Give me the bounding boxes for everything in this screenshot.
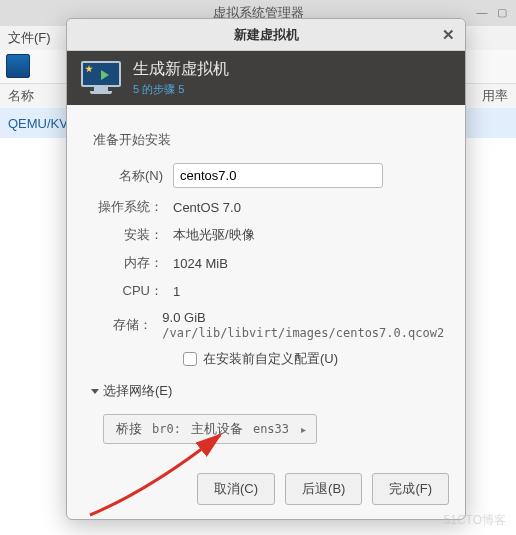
storage-size: 9.0 GiB — [162, 310, 205, 325]
name-row: 名称(N) — [87, 163, 445, 188]
mem-label: 内存： — [87, 254, 173, 272]
storage-path: /var/lib/libvirt/images/centos7.0.qcow2 — [162, 326, 444, 340]
storage-row: 存储： 9.0 GiB /var/lib/libvirt/images/cent… — [87, 310, 445, 340]
finish-button[interactable]: 完成(F) — [372, 473, 449, 505]
install-value: 本地光驱/映像 — [173, 226, 255, 244]
net-host: 主机设备 — [189, 420, 245, 438]
name-label: 名称(N) — [87, 167, 173, 185]
mem-row: 内存： 1024 MiB — [87, 254, 445, 272]
customize-label: 在安装前自定义配置(U) — [203, 350, 338, 368]
ready-label: 准备开始安装 — [93, 131, 445, 149]
col-usage: 用率 — [482, 87, 508, 105]
customize-row[interactable]: 在安装前自定义配置(U) — [183, 350, 445, 368]
mem-value: 1024 MiB — [173, 256, 228, 271]
chevron-right-icon: ▸ — [301, 424, 306, 435]
os-value: CentOS 7.0 — [173, 200, 241, 215]
network-selector[interactable]: 桥接 br0: 主机设备 ens33 ▸ — [103, 414, 317, 444]
name-input[interactable] — [173, 163, 383, 188]
storage-label: 存储： — [87, 316, 162, 334]
net-dev: ens33 — [251, 422, 291, 436]
install-label: 安装： — [87, 226, 173, 244]
cancel-button[interactable]: 取消(C) — [197, 473, 275, 505]
dialog-body: 准备开始安装 名称(N) 操作系统： CentOS 7.0 安装： 本地光驱/映… — [67, 105, 465, 454]
back-button[interactable]: 后退(B) — [285, 473, 362, 505]
triangle-down-icon — [91, 389, 99, 394]
window-controls: — ▢ — [474, 4, 510, 20]
dialog-banner: 生成新虚拟机 5 的步骤 5 — [67, 51, 465, 105]
net-bridge: 桥接 — [114, 420, 144, 438]
dialog-title: 新建虚拟机 — [234, 26, 299, 44]
cpu-label: CPU： — [87, 282, 173, 300]
os-label: 操作系统： — [87, 198, 173, 216]
cpu-row: CPU： 1 — [87, 282, 445, 300]
banner-text: 生成新虚拟机 5 的步骤 5 — [133, 59, 229, 97]
vm-icon — [81, 61, 121, 95]
os-row: 操作系统： CentOS 7.0 — [87, 198, 445, 216]
new-vm-dialog: 新建虚拟机 ✕ 生成新虚拟机 5 的步骤 5 准备开始安装 名称(N) 操作系统… — [66, 18, 466, 520]
new-vm-icon[interactable] — [6, 54, 30, 78]
menu-file[interactable]: 文件(F) — [8, 29, 51, 47]
connection-label: QEMU/KV — [8, 116, 68, 131]
install-row: 安装： 本地光驱/映像 — [87, 226, 445, 244]
customize-checkbox[interactable] — [183, 352, 197, 366]
network-expander[interactable]: 选择网络(E) — [91, 382, 445, 400]
dialog-titlebar: 新建虚拟机 ✕ — [67, 19, 465, 51]
dialog-buttons: 取消(C) 后退(B) 完成(F) — [197, 473, 449, 505]
network-expander-label: 选择网络(E) — [103, 382, 172, 400]
maximize-icon[interactable]: ▢ — [494, 4, 510, 20]
banner-title: 生成新虚拟机 — [133, 59, 229, 80]
net-br: br0: — [150, 422, 183, 436]
banner-step: 5 的步骤 5 — [133, 82, 229, 97]
close-icon[interactable]: ✕ — [442, 26, 455, 44]
cpu-value: 1 — [173, 284, 180, 299]
minimize-icon[interactable]: — — [474, 4, 490, 20]
storage-value: 9.0 GiB /var/lib/libvirt/images/centos7.… — [162, 310, 445, 340]
